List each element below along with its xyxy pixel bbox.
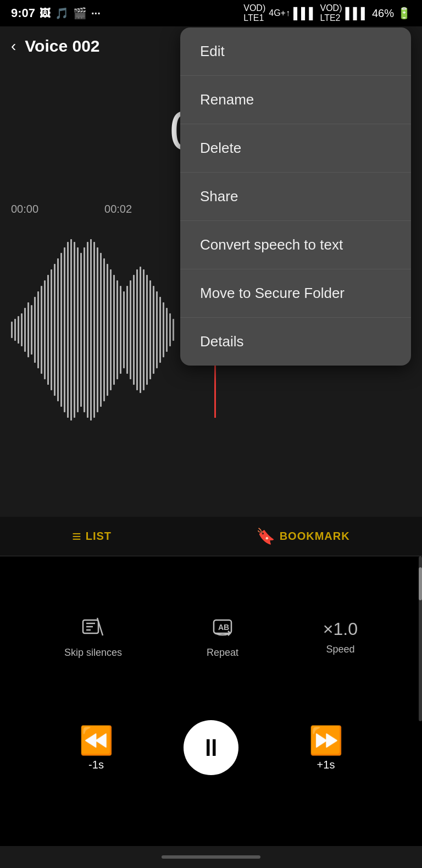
- svg-rect-5: [27, 302, 29, 357]
- bookmark-label: BOOKMARK: [280, 530, 350, 543]
- skip-silences-icon: [82, 616, 104, 643]
- dropdown-menu: Edit Rename Delete Share Convert speech …: [180, 27, 411, 366]
- svg-rect-23: [87, 242, 88, 418]
- svg-rect-4: [24, 308, 26, 352]
- repeat-label: Repeat: [207, 647, 238, 659]
- dropdown-item-share[interactable]: Share: [180, 173, 411, 221]
- svg-rect-27: [100, 253, 102, 407]
- svg-rect-15: [60, 253, 62, 407]
- speed-icon: ×1.0: [323, 619, 358, 639]
- nav-pill: [162, 855, 260, 859]
- scrollbar-thumb: [419, 567, 422, 600]
- svg-rect-43: [153, 286, 154, 374]
- dropdown-item-details[interactable]: Details: [180, 318, 411, 366]
- repeat-icon: AB: [212, 616, 234, 643]
- bookmark-icon: 🔖: [256, 527, 275, 545]
- music-icon: 🎵: [55, 7, 69, 20]
- rewind-icon: ⏪: [79, 725, 113, 756]
- signal-lte1: VOD)LTE1: [243, 3, 265, 23]
- rewind-button[interactable]: ⏪ -1s: [79, 725, 113, 771]
- repeat-button[interactable]: AB Repeat: [207, 616, 238, 659]
- dropdown-item-convert-speech[interactable]: Convert speech to text: [180, 221, 411, 269]
- svg-rect-32: [116, 280, 118, 379]
- svg-rect-44: [156, 291, 158, 368]
- svg-rect-31: [113, 275, 115, 385]
- signal-lte2: VOD)LTE2: [320, 3, 342, 23]
- svg-rect-25: [93, 242, 95, 418]
- svg-rect-49: [173, 319, 174, 341]
- forward-icon: ⏩: [309, 725, 343, 756]
- skip-silences-button[interactable]: Skip silences: [64, 616, 122, 659]
- svg-rect-39: [140, 267, 141, 393]
- forward-button[interactable]: ⏩ +1s: [309, 725, 343, 771]
- svg-rect-30: [110, 269, 112, 390]
- skip-silences-label: Skip silences: [64, 647, 122, 659]
- svg-rect-26: [97, 247, 98, 412]
- svg-rect-13: [54, 264, 55, 396]
- svg-rect-41: [146, 275, 148, 385]
- media-icon: 🎬: [73, 7, 87, 20]
- svg-rect-16: [64, 247, 65, 412]
- dropdown-item-delete[interactable]: Delete: [180, 124, 411, 173]
- svg-rect-7: [34, 297, 36, 363]
- dropdown-item-rename[interactable]: Rename: [180, 76, 411, 124]
- svg-rect-36: [130, 280, 131, 379]
- tab-list[interactable]: ≡ LIST: [72, 528, 112, 545]
- tab-bookmark[interactable]: 🔖 BOOKMARK: [256, 527, 350, 545]
- photo-icon: 🖼: [40, 7, 51, 20]
- list-label: LIST: [86, 530, 112, 543]
- svg-rect-8: [37, 291, 39, 368]
- svg-rect-19: [74, 242, 75, 418]
- status-bar: 9:07 🖼 🎵 🎬 ··· VOD)LTE1 4G+↑ ▌▌▌ VOD)LTE…: [0, 0, 422, 26]
- svg-rect-17: [67, 242, 69, 418]
- speed-label: Speed: [326, 644, 354, 655]
- svg-rect-42: [149, 280, 151, 379]
- svg-rect-3: [21, 313, 23, 346]
- svg-rect-29: [107, 264, 108, 396]
- svg-rect-34: [123, 291, 125, 368]
- rewind-label: -1s: [88, 759, 104, 771]
- svg-rect-45: [159, 297, 161, 363]
- back-button[interactable]: ‹: [11, 37, 16, 55]
- status-right: VOD)LTE1 4G+↑ ▌▌▌ VOD)LTE2 ▌▌▌ 46% 🔋: [243, 3, 411, 23]
- timeline-start: 00:00: [11, 203, 38, 215]
- battery-level: 46%: [372, 7, 394, 20]
- pause-icon: ⏸: [199, 736, 223, 760]
- svg-rect-20: [77, 247, 79, 412]
- speed-button[interactable]: ×1.0 Speed: [323, 619, 358, 655]
- page-title: Voice 002: [25, 37, 99, 56]
- status-left: 9:07 🖼 🎵 🎬 ···: [11, 6, 101, 20]
- more-icon: ···: [91, 7, 101, 20]
- forward-label: +1s: [317, 759, 335, 771]
- svg-rect-48: [169, 313, 171, 346]
- svg-rect-38: [136, 269, 138, 390]
- status-time: 9:07: [11, 6, 35, 20]
- signal-bars2: ▌▌▌: [345, 7, 369, 20]
- svg-rect-12: [51, 269, 52, 390]
- func-buttons: Skip silences AB Repeat ×1.0 Speed: [0, 616, 422, 659]
- svg-rect-2: [18, 316, 19, 344]
- svg-rect-1: [14, 319, 16, 341]
- svg-rect-0: [11, 322, 13, 338]
- svg-rect-28: [103, 258, 105, 401]
- svg-rect-40: [143, 269, 145, 390]
- svg-rect-47: [166, 308, 168, 352]
- pause-button[interactable]: ⏸: [184, 720, 238, 775]
- svg-rect-10: [44, 280, 46, 379]
- svg-rect-37: [133, 275, 135, 385]
- svg-rect-22: [84, 247, 85, 412]
- playback-controls: ⏪ -1s ⏸ ⏩ +1s: [0, 720, 422, 775]
- signal-4g-icon: 4G+↑: [269, 8, 290, 18]
- dropdown-item-move-secure[interactable]: Move to Secure Folder: [180, 269, 411, 318]
- battery-icon: 🔋: [397, 7, 411, 20]
- bottom-tabs: ≡ LIST 🔖 BOOKMARK: [0, 517, 422, 556]
- timeline-mark: 00:02: [104, 203, 132, 215]
- svg-text:AB: AB: [218, 623, 229, 632]
- nav-bar: [0, 846, 422, 868]
- signal-bars1: ▌▌▌: [293, 7, 317, 20]
- svg-rect-18: [70, 239, 72, 421]
- svg-rect-6: [31, 305, 32, 355]
- dropdown-item-edit[interactable]: Edit: [180, 27, 411, 76]
- list-icon: ≡: [72, 528, 81, 545]
- svg-rect-24: [90, 239, 92, 421]
